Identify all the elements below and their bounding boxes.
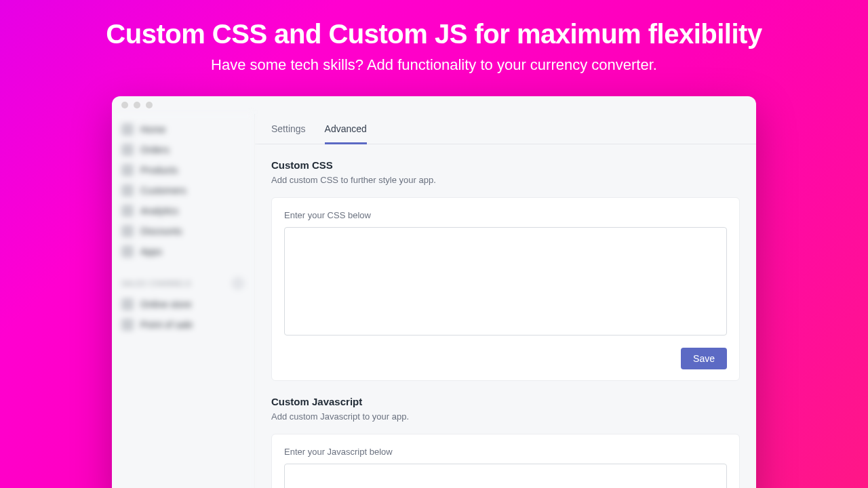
customers-icon	[121, 184, 134, 197]
products-icon	[121, 164, 134, 176]
section-title: Custom CSS	[271, 159, 740, 171]
sidebar-item-products[interactable]: Products	[119, 160, 248, 180]
discounts-icon	[121, 225, 134, 237]
add-channel-icon[interactable]	[231, 277, 245, 290]
section-title: Custom Javascript	[271, 396, 740, 407]
main-panel: Settings Advanced Custom CSS Add custom …	[254, 114, 756, 488]
sidebar: Home Orders Products Customers Analytics	[112, 114, 254, 488]
sidebar-item-label: Apps	[140, 246, 162, 257]
sidebar-item-online-store[interactable]: Online store	[119, 294, 248, 314]
sidebar-item-label: Orders	[140, 144, 170, 155]
sidebar-section-channels: Sales channels	[121, 277, 245, 290]
sidebar-item-label: Discounts	[140, 226, 182, 237]
save-button[interactable]: Save	[681, 348, 727, 369]
window-dot	[121, 102, 128, 108]
hero-subtitle: Have some tech skills? Add functionality…	[0, 56, 868, 74]
sidebar-item-discounts[interactable]: Discounts	[119, 221, 248, 241]
tabs: Settings Advanced	[255, 114, 756, 144]
sidebar-item-home[interactable]: Home	[119, 119, 248, 140]
section-subtitle: Add custom CSS to further style your app…	[271, 175, 740, 185]
custom-css-card: Enter your CSS below Save	[271, 197, 740, 381]
hero-title: Custom CSS and Custom JS for maximum fle…	[0, 19, 868, 49]
sidebar-item-label: Home	[140, 124, 165, 135]
window-titlebar	[112, 96, 756, 114]
pos-icon	[121, 319, 134, 331]
sidebar-item-label: Analytics	[140, 205, 178, 216]
custom-css-section: Custom CSS Add custom CSS to further sty…	[271, 159, 740, 381]
css-field-label: Enter your CSS below	[284, 210, 727, 220]
window-dot	[146, 102, 153, 108]
analytics-icon	[121, 205, 134, 217]
sidebar-item-label: Online store	[140, 299, 191, 310]
sidebar-item-label: Point of sale	[140, 319, 193, 330]
tab-settings[interactable]: Settings	[271, 123, 306, 144]
sidebar-item-label: Products	[140, 165, 178, 176]
app-window: Home Orders Products Customers Analytics	[112, 96, 756, 488]
js-field-label: Enter your Javascript below	[284, 447, 727, 457]
orders-icon	[121, 144, 134, 156]
window-dot	[134, 102, 140, 108]
custom-js-section: Custom Javascript Add custom Javascript …	[271, 396, 740, 488]
store-icon	[121, 298, 134, 310]
js-input[interactable]	[284, 464, 727, 488]
sidebar-section-label: Sales channels	[121, 280, 191, 287]
css-input[interactable]	[284, 227, 727, 336]
sidebar-item-customers[interactable]: Customers	[119, 180, 248, 201]
custom-js-card: Enter your Javascript below	[271, 434, 740, 488]
section-subtitle: Add custom Javascript to your app.	[271, 411, 740, 422]
sidebar-item-apps[interactable]: Apps	[119, 241, 248, 262]
sidebar-item-point-of-sale[interactable]: Point of sale	[119, 314, 248, 335]
sidebar-item-analytics[interactable]: Analytics	[119, 201, 248, 221]
sidebar-item-orders[interactable]: Orders	[119, 140, 248, 160]
home-icon	[121, 123, 134, 136]
tab-advanced[interactable]: Advanced	[325, 123, 367, 144]
sidebar-item-label: Customers	[140, 185, 186, 196]
apps-icon	[121, 245, 134, 258]
